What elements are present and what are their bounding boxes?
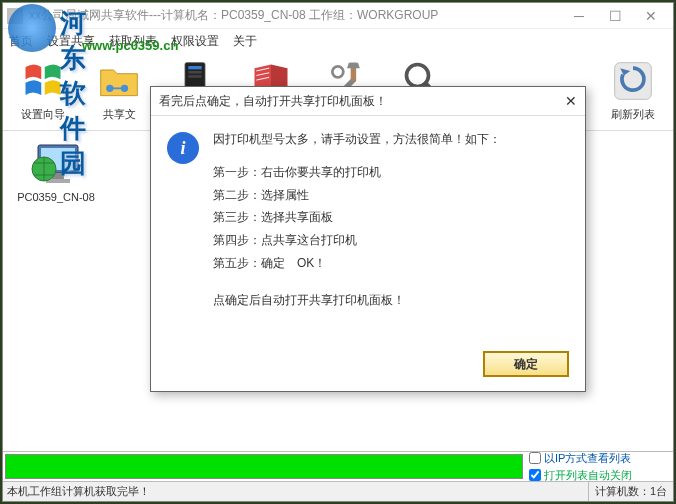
close-button[interactable]: ✕: [633, 5, 669, 27]
windows-logo-icon: [19, 57, 67, 105]
refresh-icon: [609, 57, 657, 105]
menu-share-settings[interactable]: 设置共享: [47, 33, 95, 50]
maximize-button[interactable]: ☐: [597, 5, 633, 27]
computer-item[interactable]: PC0359_CN-08: [11, 139, 101, 203]
check-auto-close-box[interactable]: [529, 469, 541, 481]
menu-permissions[interactable]: 权限设置: [171, 33, 219, 50]
minimize-button[interactable]: ─: [561, 5, 597, 27]
folder-icon: [95, 57, 143, 105]
statusbar: 本机工作组计算机获取完毕！ 计算机数：1台: [3, 481, 673, 501]
tool-refresh-list[interactable]: 刷新列表: [599, 57, 667, 130]
progress-bar: [5, 454, 523, 479]
info-dialog: 看完后点确定，自动打开共享打印机面板！ ✕ i 因打印机型号太多，请手动设置，方…: [150, 86, 586, 392]
menu-home[interactable]: 首页: [9, 33, 33, 50]
status-left: 本机工作组计算机获取完毕！: [3, 484, 588, 499]
status-right: 计算机数：1台: [588, 482, 673, 501]
check-auto-close[interactable]: 打开列表自动关闭: [529, 468, 669, 483]
dialog-step-2: 第二步：选择属性: [213, 184, 501, 207]
dialog-step-3: 第三步：选择共享面板: [213, 206, 501, 229]
dialog-close-button[interactable]: ✕: [565, 93, 577, 109]
dialog-lead: 因打印机型号太多，请手动设置，方法很简单！如下：: [213, 128, 501, 151]
dialog-title: 看完后点确定，自动打开共享打印机面板！: [159, 93, 387, 110]
bottom-panel: 以IP方式查看列表 打开列表自动关闭 本机工作组计算机获取完毕！ 计算机数：1台: [3, 451, 673, 501]
svg-point-8: [332, 66, 343, 77]
dialog-step-4: 第四步：点共享这台打印机: [213, 229, 501, 252]
check-ip-view[interactable]: 以IP方式查看列表: [529, 451, 669, 466]
menu-about[interactable]: 关于: [233, 33, 257, 50]
dialog-text: 因打印机型号太多，请手动设置，方法很简单！如下： 第一步：右击你要共享的打印机 …: [213, 128, 501, 312]
dialog-ok-button[interactable]: 确定: [483, 351, 569, 377]
menubar: 首页 设置共享 获取列表 权限设置 关于: [3, 29, 673, 53]
monitor-globe-icon: [28, 139, 84, 187]
menu-get-list[interactable]: 获取列表: [109, 33, 157, 50]
svg-rect-5: [188, 75, 201, 78]
dialog-step-1: 第一步：右击你要共享的打印机: [213, 161, 501, 184]
tool-share-folder[interactable]: 共享文: [85, 57, 153, 130]
progress-fill: [6, 455, 522, 478]
check-ip-view-box[interactable]: [529, 452, 541, 464]
svg-rect-3: [188, 66, 201, 69]
app-icon: [7, 8, 23, 24]
computer-item-label: PC0359_CN-08: [17, 191, 95, 203]
tool-setup-wizard[interactable]: 设置向导: [9, 57, 77, 130]
titlebar: xx公司局域网共享软件---计算机名：PC0359_CN-08 工作组：WORK…: [3, 3, 673, 29]
dialog-step-5: 第五步：确定 OK！: [213, 252, 501, 275]
dialog-titlebar: 看完后点确定，自动打开共享打印机面板！ ✕: [151, 87, 585, 115]
svg-rect-10: [615, 63, 652, 100]
svg-rect-4: [188, 71, 201, 74]
info-icon: i: [167, 132, 199, 164]
window-title: xx公司局域网共享软件---计算机名：PC0359_CN-08 工作组：WORK…: [29, 7, 561, 24]
dialog-tail: 点确定后自动打开共享打印机面板！: [213, 289, 501, 312]
